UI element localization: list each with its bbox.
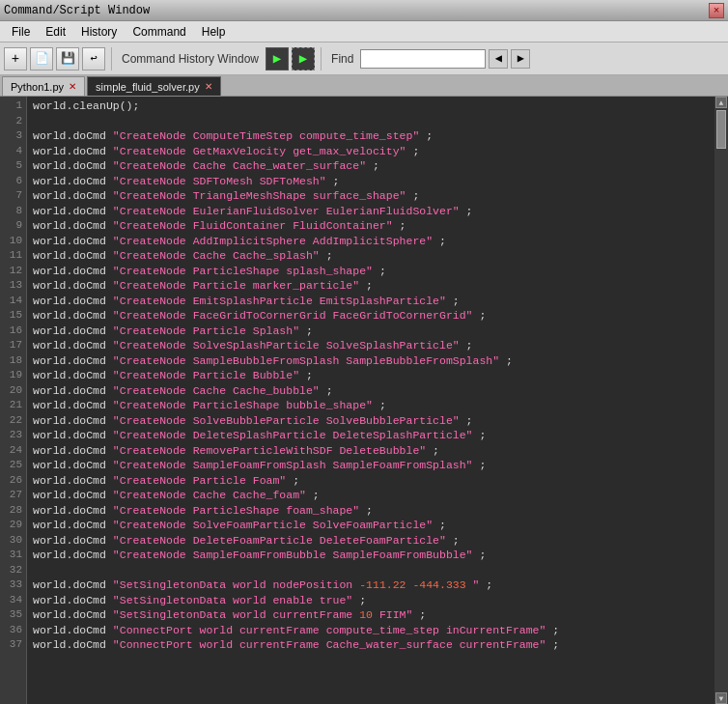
line-number: 30 — [4, 533, 22, 549]
code-line: world.doCmd "ConnectPort world currentFr… — [33, 637, 709, 653]
editor: 1234567891011121314151617181920212223242… — [0, 97, 728, 704]
line-number: 21 — [4, 398, 22, 413]
menu-file[interactable]: File — [4, 23, 38, 41]
line-number: 12 — [4, 264, 22, 279]
line-number: 20 — [4, 383, 22, 399]
menu-bar: File Edit History Command Help — [0, 21, 728, 42]
code-line: world.doCmd "SetSingletonData world enab… — [33, 593, 709, 608]
line-number: 9 — [4, 218, 22, 234]
toolbar-sep1 — [111, 47, 112, 70]
tab-simple-fluid[interactable]: simple_fluid_solver.py ✕ — [87, 76, 221, 96]
play-step-button[interactable]: ▶ — [292, 47, 315, 70]
code-line: world.doCmd "CreateNode Particle Bubble"… — [33, 368, 709, 383]
title-text: Command/Script Window — [4, 4, 150, 17]
close-button[interactable]: × — [709, 3, 724, 18]
line-number: 10 — [4, 234, 22, 249]
tab-python1[interactable]: Python1.py ✕ — [2, 76, 85, 96]
new-button[interactable]: + — [4, 47, 27, 70]
line-number: 24 — [4, 443, 22, 459]
code-line: world.doCmd "CreateNode Cache Cache_spla… — [33, 248, 709, 264]
line-number: 32 — [4, 563, 22, 578]
code-line: world.doCmd "SetSingletonData world curr… — [33, 607, 709, 623]
menu-edit[interactable]: Edit — [38, 23, 73, 41]
code-line: world.doCmd "CreateNode AddImplicitSpher… — [33, 234, 709, 249]
code-line: world.doCmd "SetSingletonData world node… — [33, 577, 709, 593]
find-prev-button[interactable]: ◀ — [489, 49, 508, 69]
tab-python1-close[interactable]: ✕ — [69, 81, 76, 92]
reload-button[interactable]: ↩ — [82, 47, 105, 70]
line-number: 34 — [4, 593, 22, 608]
scrollbar-down[interactable]: ▼ — [715, 692, 727, 704]
code-line: world.doCmd "CreateNode DeleteSplashPart… — [33, 428, 709, 443]
menu-help[interactable]: Help — [194, 23, 234, 41]
code-line: world.doCmd "CreateNode TriangleMeshShap… — [33, 188, 709, 204]
line-number: 37 — [4, 637, 22, 653]
code-line: world.doCmd "CreateNode GetMaxVelocity g… — [33, 144, 709, 159]
scrollbar-up[interactable]: ▲ — [715, 97, 727, 108]
code-line: world.doCmd "CreateNode SampleBubbleFrom… — [33, 353, 709, 369]
line-number: 4 — [4, 144, 22, 159]
tab-simple-fluid-label: simple_fluid_solver.py — [96, 81, 200, 93]
code-line: world.doCmd "CreateNode SolveFoamParticl… — [33, 518, 709, 533]
code-line: world.doCmd "CreateNode SolveSplashParti… — [33, 338, 709, 353]
code-line: world.doCmd "CreateNode SampleFoamFromSp… — [33, 458, 709, 473]
code-line: world.doCmd "CreateNode ParticleShape fo… — [33, 503, 709, 519]
code-line: world.doCmd "CreateNode SDFToMesh SDFToM… — [33, 174, 709, 189]
line-number: 5 — [4, 158, 22, 174]
tabs: Python1.py ✕ simple_fluid_solver.py ✕ — [0, 75, 728, 97]
line-number: 11 — [4, 248, 22, 264]
line-number: 31 — [4, 548, 22, 563]
line-number: 35 — [4, 607, 22, 623]
code-line: world.doCmd "CreateNode Cache Cache_foam… — [33, 488, 709, 503]
line-number: 23 — [4, 428, 22, 443]
code-line: world.doCmd "CreateNode SolveBubbleParti… — [33, 413, 709, 429]
find-input[interactable] — [360, 49, 486, 69]
code-line: world.doCmd "CreateNode Cache Cache_wate… — [33, 158, 709, 174]
code-line: world.doCmd "ConnectPort world currentFr… — [33, 623, 709, 638]
menu-command[interactable]: Command — [125, 23, 193, 41]
find-next-button[interactable]: ▶ — [511, 49, 530, 69]
line-number: 14 — [4, 294, 22, 309]
code-line: world.doCmd "CreateNode ParticleShape bu… — [33, 398, 709, 413]
line-number: 7 — [4, 188, 22, 204]
line-number: 13 — [4, 278, 22, 294]
code-line: world.doCmd "CreateNode Particle Foam" ; — [33, 473, 709, 489]
title-bar: Command/Script Window × — [0, 0, 728, 21]
find-label: Find — [331, 52, 353, 66]
menu-history[interactable]: History — [73, 23, 125, 41]
line-number: 19 — [4, 368, 22, 383]
line-number: 3 — [4, 128, 22, 144]
code-line: world.doCmd "CreateNode SampleFoamFromBu… — [33, 548, 709, 563]
line-number: 17 — [4, 338, 22, 353]
scrollbar[interactable]: ▲ ▼ — [714, 97, 728, 704]
line-number: 29 — [4, 518, 22, 533]
code-line — [33, 114, 709, 129]
line-number: 6 — [4, 174, 22, 189]
code-line: world.doCmd "CreateNode FluidContainer F… — [33, 218, 709, 234]
line-number: 15 — [4, 308, 22, 324]
code-line: world.cleanUp(); — [33, 99, 709, 114]
save-button[interactable]: 💾 — [56, 47, 79, 70]
play-button[interactable]: ▶ — [266, 47, 289, 70]
code-line: world.doCmd "CreateNode ParticleShape sp… — [33, 264, 709, 279]
scrollbar-thumb[interactable] — [716, 110, 726, 149]
line-number: 1 — [4, 99, 22, 114]
line-number: 8 — [4, 204, 22, 219]
line-number: 18 — [4, 353, 22, 369]
line-numbers: 1234567891011121314151617181920212223242… — [0, 97, 27, 704]
code-line: world.doCmd "CreateNode EulerianFluidSol… — [33, 204, 709, 219]
line-number: 36 — [4, 623, 22, 638]
code-area[interactable]: world.cleanUp();world.doCmd "CreateNode … — [27, 97, 714, 704]
open-button[interactable]: 📄 — [30, 47, 53, 70]
tab-simple-fluid-close[interactable]: ✕ — [205, 81, 212, 92]
line-number: 26 — [4, 473, 22, 489]
code-line: world.doCmd "CreateNode RemoveParticleWi… — [33, 443, 709, 459]
code-line — [33, 563, 709, 578]
code-line: world.doCmd "CreateNode ComputeTimeStep … — [33, 128, 709, 144]
cmd-history-label: Command History Window — [122, 52, 259, 66]
line-number: 25 — [4, 458, 22, 473]
toolbar: + 📄 💾 ↩ Command History Window ▶ ▶ Find … — [0, 42, 728, 75]
code-line: world.doCmd "CreateNode EmitSplashPartic… — [33, 294, 709, 309]
line-number: 22 — [4, 413, 22, 429]
code-line: world.doCmd "CreateNode FaceGridToCorner… — [33, 308, 709, 324]
